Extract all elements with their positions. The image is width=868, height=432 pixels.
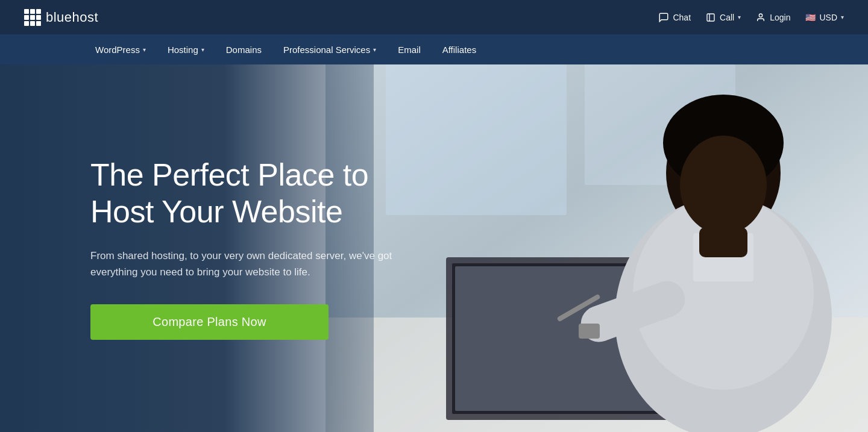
chat-link[interactable]: Chat	[658, 12, 691, 23]
login-link[interactable]: Login	[755, 12, 790, 23]
nav-label-hosting: Hosting	[168, 45, 198, 55]
chat-label: Chat	[673, 13, 691, 22]
login-label: Login	[770, 13, 790, 22]
call-icon	[705, 12, 716, 23]
chat-icon	[658, 12, 669, 23]
nav-label-affiliates: Affiliates	[442, 45, 476, 55]
nav-item-professional-services[interactable]: Professional Services ▾	[272, 34, 387, 64]
hosting-dropdown-icon: ▾	[201, 46, 204, 53]
nav-label-professional-services: Professional Services	[283, 45, 370, 55]
call-caret: ▾	[738, 14, 741, 20]
main-nav: WordPress ▾ Hosting ▾ Domains Profession…	[0, 34, 868, 64]
currency-selector[interactable]: 🇺🇸 USD ▾	[805, 12, 844, 23]
svg-rect-4	[386, 64, 567, 215]
currency-label: USD	[819, 13, 837, 22]
logo-text: bluehost	[46, 10, 98, 25]
hero-section: The Perfect Place to Host Your Website F…	[0, 64, 868, 432]
logo[interactable]: bluehost	[24, 9, 98, 26]
nav-label-wordpress: WordPress	[95, 45, 140, 55]
wordpress-dropdown-icon: ▾	[143, 46, 146, 53]
nav-item-hosting[interactable]: Hosting ▾	[157, 34, 215, 64]
professional-services-dropdown-icon: ▾	[373, 46, 376, 53]
hero-content: The Perfect Place to Host Your Website F…	[0, 157, 410, 340]
call-link[interactable]: Call ▾	[705, 12, 741, 23]
svg-point-2	[760, 14, 763, 17]
nav-item-affiliates[interactable]: Affiliates	[432, 34, 487, 64]
call-label: Call	[720, 13, 734, 22]
svg-point-18	[680, 136, 767, 234]
compare-plans-button[interactable]: Compare Plans Now	[90, 304, 329, 340]
nav-item-domains[interactable]: Domains	[215, 34, 272, 64]
nav-item-email[interactable]: Email	[387, 34, 432, 64]
svg-rect-19	[699, 227, 747, 257]
currency-caret: ▾	[841, 14, 844, 20]
user-icon	[755, 12, 766, 23]
svg-rect-0	[707, 14, 714, 21]
flag-icon: 🇺🇸	[805, 12, 816, 23]
nav-item-wordpress[interactable]: WordPress ▾	[84, 34, 157, 64]
top-right-actions: Chat Call ▾ Login 🇺🇸 USD	[658, 12, 844, 23]
hero-subtitle: From shared hosting, to your very own de…	[90, 248, 404, 280]
svg-rect-16	[579, 324, 600, 339]
hero-title: The Perfect Place to Host Your Website	[90, 157, 410, 231]
top-bar: bluehost Chat Call ▾	[0, 0, 868, 34]
nav-label-email: Email	[398, 45, 421, 55]
logo-grid-icon	[24, 9, 41, 26]
nav-label-domains: Domains	[226, 45, 262, 55]
